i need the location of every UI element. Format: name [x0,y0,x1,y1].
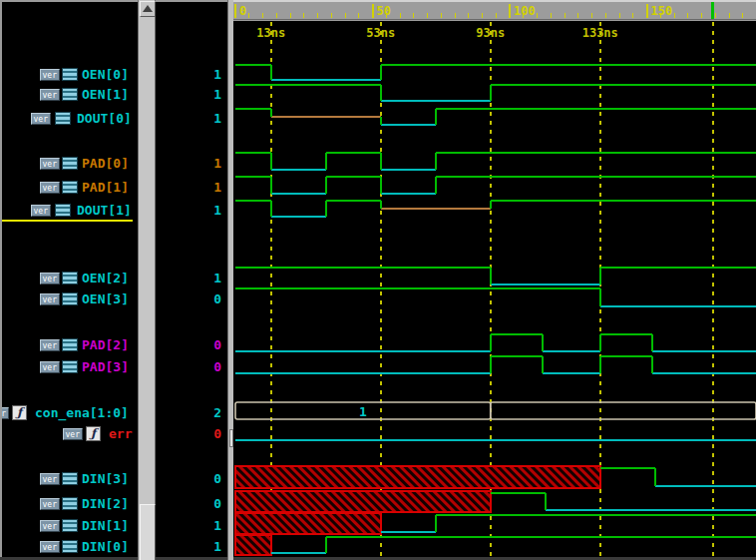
signal-value-err: 0 [162,425,221,443]
signal-name[interactable]: err [109,426,132,441]
signal-value-DOUT[1]: 1 [162,202,221,220]
signal-row-DIN[0][interactable]: verDIN[0] [2,538,138,556]
signal-row-DOUT[1][interactable]: verDOUT[1] [2,202,138,220]
waveform-signal-icon [55,204,71,217]
waveform-PAD[0] [235,153,756,170]
signal-row-DIN[2][interactable]: verDIN[2] [2,495,138,513]
ver-badge: ver [40,69,60,81]
signal-row-err[interactable]: verƒerr [2,425,138,443]
vertical-scrollbar-thumb[interactable] [140,504,156,560]
ruler-label: 0 [239,4,246,18]
cursor-label: 13ns [256,26,285,40]
signal-name[interactable]: PAD[1] [82,180,129,195]
signal-name[interactable]: PAD[2] [82,337,129,352]
svg-text:1: 1 [359,404,367,419]
left-vertical-scrollbar[interactable] [138,0,156,560]
signal-value-PAD[2]: 0 [162,336,221,354]
signal-name[interactable]: con_ena[1:0] [35,405,129,420]
waveform-signal-icon [62,540,78,553]
ver-badge: ver [40,541,60,553]
waveform-DIN[0] [235,535,756,555]
signal-row-DOUT[0][interactable]: verDOUT[0] [2,110,138,128]
time-ruler[interactable] [233,0,756,21]
waveform-OEN[3] [235,288,756,306]
function-signal-icon: ƒ [86,426,101,441]
panel-divider-scrollbar[interactable] [227,0,233,560]
cursor-label: 93ns [476,26,505,40]
waveform-signal-icon [62,338,78,351]
signal-value-DIN[3]: 0 [162,470,221,488]
signal-value-OEN[1]: 1 [162,86,221,104]
waveform-signal-icon [62,157,78,170]
signal-value-DIN[2]: 0 [162,495,221,513]
signal-value-panel: 1111111000200011 [156,0,227,560]
waveform-panel[interactable]: 05010015013ns53ns93ns133ns1 [233,0,756,560]
waveform-signal-icon [62,68,78,81]
waveform-PAD[2] [235,334,756,351]
signal-name[interactable]: DIN[1] [82,518,129,533]
signal-row-PAD[1][interactable]: verPAD[1] [2,179,138,197]
signal-row-PAD[2][interactable]: verPAD[2] [2,336,138,354]
scroll-up-button[interactable] [140,1,156,17]
ver-badge: ver [63,428,83,440]
function-signal-icon: ƒ [12,405,27,420]
waveform-OEN[1] [235,85,756,101]
ver-badge: ver [31,113,51,125]
signal-name[interactable]: PAD[3] [82,359,129,374]
signal-row-PAD[0][interactable]: verPAD[0] [2,155,138,173]
waveform-signal-icon [62,88,78,101]
waveform-canvas[interactable]: 05010015013ns53ns93ns133ns1 [233,0,756,560]
waveform-DIN[1] [235,513,756,534]
waveform-signal-icon [55,112,71,125]
ver-badge: ver [40,89,60,101]
waveform-DOUT[1] [235,201,756,217]
signal-value-OEN[3]: 0 [162,290,221,308]
waveform-PAD[3] [235,356,756,373]
ver-badge: ver [40,361,60,373]
signal-name[interactable]: PAD[0] [82,156,129,171]
ruler-label: 50 [377,4,391,18]
waveform-signal-icon [62,360,78,373]
signal-value-OEN[0]: 1 [162,66,221,84]
signal-row-OEN[0][interactable]: verOEN[0] [2,66,138,84]
signal-value-DIN[1]: 1 [162,517,221,535]
signal-name-panel: verOEN[0]verOEN[1]verDOUT[0]verPAD[0]ver… [0,0,138,560]
ruler-label: 150 [651,4,673,18]
waveform-DIN[3] [235,466,756,488]
signal-name[interactable]: DIN[2] [82,496,129,511]
selected-signal-underline [2,220,133,222]
waveform-viewer-window: verOEN[0]verOEN[1]verDOUT[0]verPAD[0]ver… [0,0,756,560]
signal-value-OEN[2]: 1 [162,270,221,287]
signal-row-PAD[3][interactable]: verPAD[3] [2,358,138,376]
signal-row-OEN[1][interactable]: verOEN[1] [2,86,138,104]
signal-row-OEN[3][interactable]: verOEN[3] [2,290,138,308]
signal-row-con_ena[1:0][interactable]: verƒcon_ena[1:0] [2,404,138,422]
waveform-signal-icon [62,497,78,510]
ver-badge: ver [40,293,60,305]
divider-scrollbar-thumb[interactable] [229,429,233,447]
signal-row-OEN[2][interactable]: verOEN[2] [2,270,138,287]
signal-row-DIN[3][interactable]: verDIN[3] [2,470,138,488]
signal-name[interactable]: OEN[2] [82,271,129,285]
waveform-signal-icon [62,181,78,194]
ruler-label: 100 [514,4,536,18]
signal-name[interactable]: OEN[0] [82,67,129,82]
signal-name[interactable]: DIN[3] [82,471,129,486]
signal-row-DIN[1][interactable]: verDIN[1] [2,517,138,535]
waveform-OEN[0] [235,65,756,80]
ver-badge: ver [40,498,60,510]
signal-name[interactable]: DIN[0] [82,539,129,554]
ver-badge: ver [40,473,60,485]
ver-badge: ver [40,339,60,351]
signal-name[interactable]: OEN[3] [82,291,129,306]
signal-name[interactable]: DOUT[1] [77,203,132,218]
waveform-signal-icon [62,472,78,485]
signal-name[interactable]: DOUT[0] [77,111,132,126]
ver-badge: ver [40,182,60,194]
waveform-DOUT[0] [235,109,756,125]
ver-badge: ver [40,273,60,284]
signal-value-DOUT[0]: 1 [162,110,221,128]
waveform-DIN[2] [235,491,756,512]
signal-name[interactable]: OEN[1] [82,87,129,102]
arrow-up-icon [143,5,153,12]
